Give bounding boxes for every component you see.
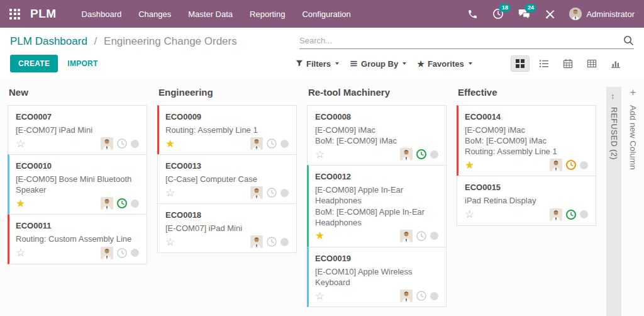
kanban-state-dot[interactable] [131, 249, 139, 257]
import-button[interactable]: IMPORT [67, 59, 97, 68]
search-icon[interactable] [623, 35, 634, 46]
card-title: ECO0015 [465, 183, 588, 192]
add-new-column-button[interactable]: + Add new Column [628, 79, 638, 316]
kanban-card-eco0015[interactable]: ECO0015iPad Retina Display☆ [457, 176, 596, 225]
kanban-card-eco0014[interactable]: ECO0014[E-COM09] iMacBoM: [E-COM09] iMac… [457, 105, 596, 176]
activity-clock-icon[interactable] [416, 230, 427, 242]
group-by-dropdown[interactable]: Group By [350, 59, 406, 69]
card-line: Routing: Assembly Line 1 [465, 146, 588, 157]
activity-clock-icon[interactable] [116, 138, 128, 149]
assignee-avatar[interactable] [250, 137, 263, 150]
view-kanban-button[interactable] [511, 55, 530, 72]
menu-item-dashboard[interactable]: Dashboard [82, 9, 122, 19]
menu-item-master-data[interactable]: Master Data [188, 9, 233, 19]
assignee-avatar[interactable] [101, 247, 113, 259]
view-list-button[interactable] [535, 55, 553, 72]
kanban-card-eco0008[interactable]: ECO0008[E-COM09] iMacBoM: [E-COM09] iMac… [307, 105, 447, 166]
menu-item-reporting[interactable]: Reporting [250, 9, 285, 19]
kanban-card-eco0013[interactable]: ECO0013[C-Case] Computer Case☆ [157, 154, 297, 204]
star-filled-icon[interactable]: ★ [16, 198, 25, 209]
kanban-state-dot[interactable] [580, 210, 588, 218]
caret-down-icon [335, 62, 339, 65]
assignee-avatar[interactable] [250, 235, 263, 248]
view-graph-button[interactable] [606, 55, 625, 72]
assignee-avatar[interactable] [550, 159, 562, 171]
star-filled-icon[interactable]: ★ [165, 138, 175, 149]
assignee-avatar[interactable] [101, 197, 113, 210]
star-empty-icon[interactable]: ☆ [165, 237, 175, 247]
star-empty-icon[interactable]: ☆ [315, 149, 325, 160]
kanban-state-dot[interactable] [430, 232, 438, 240]
card-line: [E-COM09] iMac [315, 125, 438, 135]
star-filled-icon[interactable]: ★ [315, 230, 325, 241]
star-filled-icon[interactable]: ★ [465, 160, 474, 171]
kanban-state-dot[interactable] [280, 189, 289, 197]
filters-dropdown[interactable]: Filters [296, 59, 339, 69]
kanban-card-eco0019[interactable]: ECO0019[E-COM10] Apple Wireless Keyboard… [307, 247, 447, 307]
card-title: ECO0008 [315, 112, 438, 121]
activity-clock-icon[interactable] [416, 149, 427, 160]
kanban-state-dot[interactable] [430, 150, 438, 159]
assignee-avatar[interactable] [550, 208, 562, 221]
star-empty-icon[interactable]: ☆ [465, 209, 474, 220]
star-empty-icon[interactable]: ☆ [16, 247, 25, 258]
kanban-state-dot[interactable] [131, 140, 139, 148]
kanban-state-dot[interactable] [580, 161, 588, 169]
assignee-avatar[interactable] [400, 148, 413, 161]
column-title[interactable]: Effective [458, 87, 596, 98]
assignee-avatar[interactable] [400, 290, 413, 302]
star-empty-icon[interactable]: ☆ [16, 138, 25, 149]
breadcrumb-plm-dashboard[interactable]: PLM Dashboard [10, 35, 87, 47]
kanban-card-eco0010[interactable]: ECO0010[E-COM05] Bose Mini Bluetooth Spe… [8, 154, 147, 215]
activity-clock-icon[interactable] [116, 198, 128, 209]
kanban-card-eco0012[interactable]: ECO0012[E-COM08] Apple In-Ear Headphones… [307, 165, 447, 247]
star-empty-icon[interactable]: ☆ [315, 291, 325, 302]
column-title[interactable]: Engineering [158, 87, 297, 98]
assignee-avatar[interactable] [400, 230, 413, 242]
menu-item-configuration[interactable]: Configuration [302, 9, 350, 19]
phone-icon[interactable] [466, 8, 479, 20]
menu-item-changes[interactable]: Changes [138, 9, 171, 19]
assignee-avatar[interactable] [250, 186, 263, 199]
kanban-card-eco0018[interactable]: ECO0018[E-COM07] iPad Mini☆ [157, 203, 297, 253]
activity-clock-icon[interactable] [565, 209, 577, 220]
filter-icon [296, 60, 303, 67]
kanban-card-eco0011[interactable]: ECO0011Routing: Custom Assembly Line☆ [8, 214, 147, 264]
apps-menu-icon[interactable] [9, 9, 20, 20]
kanban-card-eco0009[interactable]: ECO0009Routing: Assembly Line 1★ [157, 105, 297, 155]
kanban-state-dot[interactable] [280, 238, 289, 246]
search-input[interactable] [299, 36, 623, 45]
activity-clock-icon[interactable] [416, 290, 427, 302]
favorites-dropdown[interactable]: ★ Favorites [417, 59, 472, 69]
user-menu[interactable]: Administrator [569, 8, 635, 20]
tools-icon[interactable] [543, 8, 556, 20]
kanban-state-dot[interactable] [280, 140, 289, 148]
card-title: ECO0010 [16, 161, 139, 171]
app-brand[interactable]: PLM [30, 7, 57, 21]
card-footer: ★ [16, 197, 139, 210]
collapsed-column-refused[interactable]: ↔ REFUSED (2) [606, 87, 621, 316]
activity-clock-icon[interactable] [266, 236, 277, 247]
star-empty-icon[interactable]: ☆ [165, 188, 175, 198]
create-button[interactable]: CREATE [10, 55, 58, 72]
activity-clock-icon[interactable] [116, 247, 128, 259]
column-title[interactable]: Re-tool Machinery [308, 87, 447, 98]
kanban-board: NewECO0007[E-COM07] iPad Mini☆ECO0010[E-… [0, 79, 644, 316]
activity-clock-icon[interactable] [266, 138, 277, 149]
card-title: ECO0018 [165, 210, 289, 220]
card-footer: ☆ [315, 290, 438, 302]
kanban-state-dot[interactable] [430, 292, 438, 300]
assignee-avatar[interactable] [101, 137, 113, 150]
messages-icon[interactable]: 24 [518, 8, 530, 20]
view-pivot-button[interactable] [582, 55, 601, 72]
activities-badge: 18 [499, 4, 511, 12]
view-calendar-button[interactable] [558, 55, 577, 72]
kanban-column: EffectiveECO0014[E-COM09] iMacBoM: [E-CO… [457, 79, 596, 316]
activity-clock-icon[interactable] [565, 159, 577, 171]
activities-clock-icon[interactable]: 18 [492, 8, 504, 20]
card-footer: ★ [165, 137, 289, 150]
kanban-state-dot[interactable] [131, 200, 139, 208]
activity-clock-icon[interactable] [266, 187, 277, 198]
kanban-card-eco0007[interactable]: ECO0007[E-COM07] iPad Mini☆ [8, 105, 147, 155]
column-title[interactable]: New [9, 87, 147, 98]
